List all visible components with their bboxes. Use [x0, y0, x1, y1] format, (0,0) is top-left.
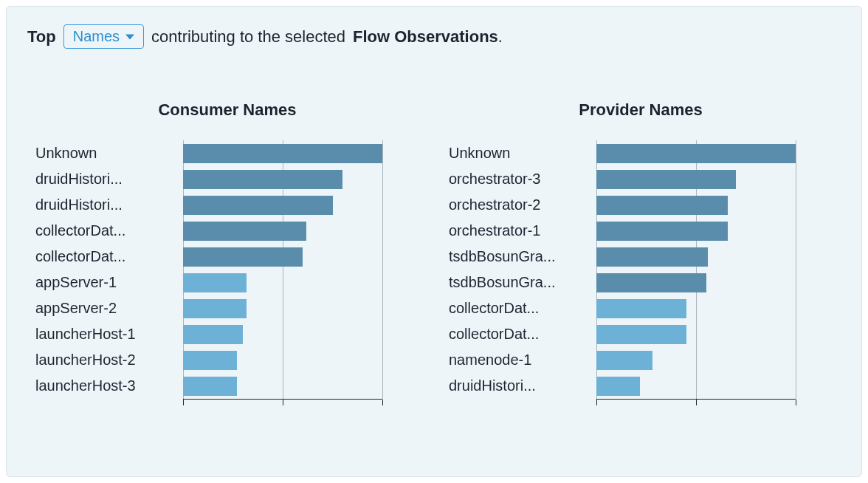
y-tick-label: orchestrator-2: [449, 192, 596, 218]
bar-row: [596, 321, 796, 347]
bar-row: [596, 244, 796, 270]
bar-row: [596, 140, 796, 166]
bar-row: [183, 140, 382, 166]
bar[interactable]: [183, 196, 333, 215]
bar-row: [183, 347, 382, 373]
bar[interactable]: [596, 222, 728, 241]
bar[interactable]: [596, 170, 736, 189]
y-tick-label: druidHistori...: [35, 166, 183, 192]
x-tick: [796, 400, 796, 405]
dimension-dropdown[interactable]: Names: [63, 24, 144, 49]
bar-row: [596, 295, 796, 321]
bar[interactable]: [596, 144, 796, 163]
x-tick: [382, 400, 383, 405]
bar-row: [183, 270, 382, 295]
header-top: Top: [27, 27, 56, 47]
y-tick-label: collectorDat...: [449, 295, 596, 321]
y-tick-label: druidHistori...: [35, 192, 183, 218]
bar[interactable]: [596, 247, 708, 267]
charts-row: Consumer Names UnknowndruidHistori...dru…: [27, 100, 841, 399]
chart-body: UnknowndruidHistori...druidHistori...col…: [35, 140, 419, 399]
bar-row: [596, 192, 796, 218]
y-tick-label: druidHistori...: [449, 373, 596, 399]
x-tick: [696, 400, 697, 405]
header-end-wrap: Flow Observations.: [353, 27, 503, 47]
chart-body: Unknownorchestrator-3orchestrator-2orche…: [449, 140, 833, 399]
y-tick-label: Unknown: [449, 140, 596, 166]
bar[interactable]: [183, 144, 382, 163]
bar[interactable]: [596, 377, 640, 396]
gridline: [796, 140, 796, 399]
header-bold-end: Flow Observations: [353, 27, 498, 46]
plot-area: [596, 140, 796, 399]
x-tick: [596, 400, 597, 405]
chart-title: Provider Names: [449, 100, 833, 120]
bar[interactable]: [183, 247, 303, 267]
x-tick: [183, 400, 184, 405]
x-axis: [596, 399, 796, 400]
y-tick-label: tsdbBosunGra...: [449, 270, 596, 295]
dropdown-label: Names: [73, 28, 120, 45]
y-tick-label: collectorDat...: [35, 244, 183, 270]
chevron-down-icon: [125, 32, 134, 41]
header-middle: contributing to the selected: [151, 27, 345, 47]
y-axis-labels: Unknownorchestrator-3orchestrator-2orche…: [449, 140, 596, 399]
top-contributors-panel: Top Names contributing to the selected F…: [6, 6, 862, 477]
bar-row: [596, 270, 796, 295]
bars: [596, 140, 796, 399]
bar[interactable]: [183, 299, 247, 318]
chart-title: Consumer Names: [35, 100, 419, 120]
header-period: .: [498, 27, 503, 46]
y-tick-label: appServer-2: [35, 295, 183, 321]
bar-row: [596, 218, 796, 244]
bar-row: [183, 166, 382, 192]
y-tick-label: collectorDat...: [35, 218, 183, 244]
gridline: [382, 140, 383, 399]
bar-row: [183, 373, 382, 399]
bar[interactable]: [183, 377, 237, 396]
bar[interactable]: [596, 351, 652, 370]
y-tick-label: namenode-1: [449, 347, 596, 373]
bar-row: [183, 192, 382, 218]
bar[interactable]: [596, 196, 728, 215]
bar[interactable]: [596, 299, 686, 318]
bar-row: [596, 373, 796, 399]
bar[interactable]: [183, 351, 237, 370]
provider-chart: Provider Names Unknownorchestrator-3orch…: [449, 100, 833, 399]
bar[interactable]: [183, 222, 306, 241]
bar-row: [596, 347, 796, 373]
x-tick: [283, 400, 283, 405]
bar-row: [183, 321, 382, 347]
bar-row: [183, 244, 382, 270]
y-tick-label: launcherHost-2: [35, 347, 183, 373]
bar-row: [183, 218, 382, 244]
bar-row: [183, 295, 382, 321]
bar[interactable]: [596, 273, 706, 292]
y-tick-label: launcherHost-3: [35, 373, 183, 399]
bar[interactable]: [596, 325, 686, 344]
y-tick-label: appServer-1: [35, 270, 183, 295]
y-axis-labels: UnknowndruidHistori...druidHistori...col…: [35, 140, 183, 399]
header-sentence: Top Names contributing to the selected F…: [27, 24, 841, 49]
y-tick-label: collectorDat...: [449, 321, 596, 347]
y-tick-label: launcherHost-1: [35, 321, 183, 347]
y-tick-label: tsdbBosunGra...: [449, 244, 596, 270]
y-tick-label: orchestrator-3: [449, 166, 596, 192]
bars: [183, 140, 382, 399]
y-tick-label: orchestrator-1: [449, 218, 596, 244]
plot-area: [183, 140, 382, 399]
y-tick-label: Unknown: [35, 140, 183, 166]
consumer-chart: Consumer Names UnknowndruidHistori...dru…: [35, 100, 419, 399]
bar-row: [596, 166, 796, 192]
bar[interactable]: [183, 325, 243, 344]
bar[interactable]: [183, 273, 247, 292]
x-axis: [183, 399, 382, 400]
bar[interactable]: [183, 170, 342, 189]
